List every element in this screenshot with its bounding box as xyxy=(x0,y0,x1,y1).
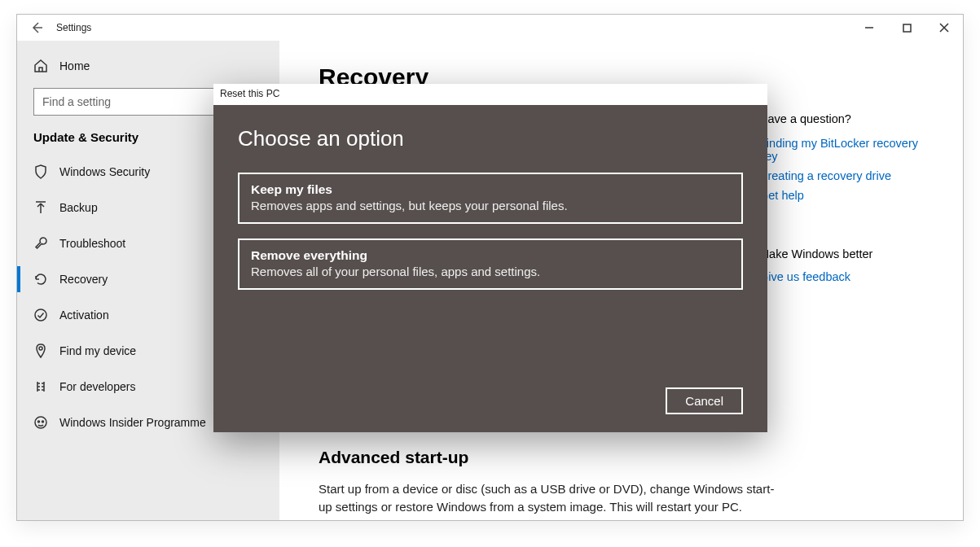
recovery-icon xyxy=(33,272,48,287)
backup-icon xyxy=(33,200,48,215)
cancel-button[interactable]: Cancel xyxy=(666,387,743,414)
sidebar-item-label: Troubleshoot xyxy=(59,237,125,250)
sidebar-item-label: Activation xyxy=(59,309,109,322)
svg-point-4 xyxy=(38,421,40,422)
reset-this-pc-dialog: Reset this PC Choose an option Keep my f… xyxy=(213,84,767,432)
option-desc: Removes apps and settings, but keeps you… xyxy=(251,199,730,212)
option-keep-my-files[interactable]: Keep my files Removes apps and settings,… xyxy=(238,173,743,224)
minimize-icon xyxy=(864,23,874,33)
dialog-heading: Choose an option xyxy=(238,126,743,151)
advanced-startup-section: Advanced start-up Start up from a device… xyxy=(319,448,775,516)
dialog-body: Choose an option Keep my files Removes a… xyxy=(213,105,767,432)
wrench-icon xyxy=(33,236,48,251)
help-link-recovery-drive[interactable]: Creating a recovery drive xyxy=(759,169,938,182)
svg-point-1 xyxy=(35,309,46,321)
sidebar-home[interactable]: Home xyxy=(17,49,279,83)
sidebar-item-label: Backup xyxy=(59,201,98,214)
titlebar: Settings xyxy=(17,15,963,41)
window-title: Settings xyxy=(56,22,91,33)
back-arrow-icon xyxy=(30,21,43,34)
home-icon xyxy=(33,59,48,73)
sidebar-item-label: Windows Insider Programme xyxy=(59,416,206,429)
improve-heading: Make Windows better xyxy=(759,247,938,260)
close-icon xyxy=(939,23,949,33)
sidebar-item-label: For developers xyxy=(59,380,135,393)
window-controls xyxy=(850,15,963,41)
shield-icon xyxy=(33,164,48,179)
check-circle-icon xyxy=(33,308,48,322)
sidebar-item-label: Windows Security xyxy=(59,165,150,178)
dialog-titlebar: Reset this PC xyxy=(213,84,767,105)
close-button[interactable] xyxy=(925,15,963,41)
svg-rect-0 xyxy=(903,24,911,32)
search-input[interactable] xyxy=(33,88,226,116)
option-title: Keep my files xyxy=(251,182,730,197)
option-remove-everything[interactable]: Remove everything Removes all of your pe… xyxy=(238,238,743,290)
svg-point-5 xyxy=(42,421,44,422)
insider-icon xyxy=(33,415,48,430)
help-panel: Have a question? Finding my BitLocker re… xyxy=(759,112,938,290)
sidebar-home-label: Home xyxy=(59,59,90,72)
help-heading: Have a question? xyxy=(759,112,938,125)
help-link-get-help[interactable]: Get help xyxy=(759,189,938,202)
svg-point-3 xyxy=(35,417,46,428)
svg-point-2 xyxy=(39,347,42,350)
feedback-link[interactable]: Give us feedback xyxy=(759,270,938,283)
sidebar-item-label: Find my device xyxy=(59,344,136,357)
advanced-startup-heading: Advanced start-up xyxy=(319,448,775,467)
sidebar-item-label: Recovery xyxy=(59,273,108,286)
maximize-button[interactable] xyxy=(888,15,925,41)
maximize-icon xyxy=(903,24,912,33)
find-device-icon xyxy=(33,344,48,358)
minimize-button[interactable] xyxy=(850,15,888,41)
option-desc: Removes all of your personal files, apps… xyxy=(251,265,730,278)
back-button[interactable] xyxy=(17,15,56,41)
help-link-bitlocker[interactable]: Finding my BitLocker recovery key xyxy=(759,137,938,163)
developer-icon xyxy=(33,379,48,394)
advanced-startup-body: Start up from a device or disc (such as … xyxy=(319,480,775,516)
option-title: Remove everything xyxy=(251,248,730,263)
